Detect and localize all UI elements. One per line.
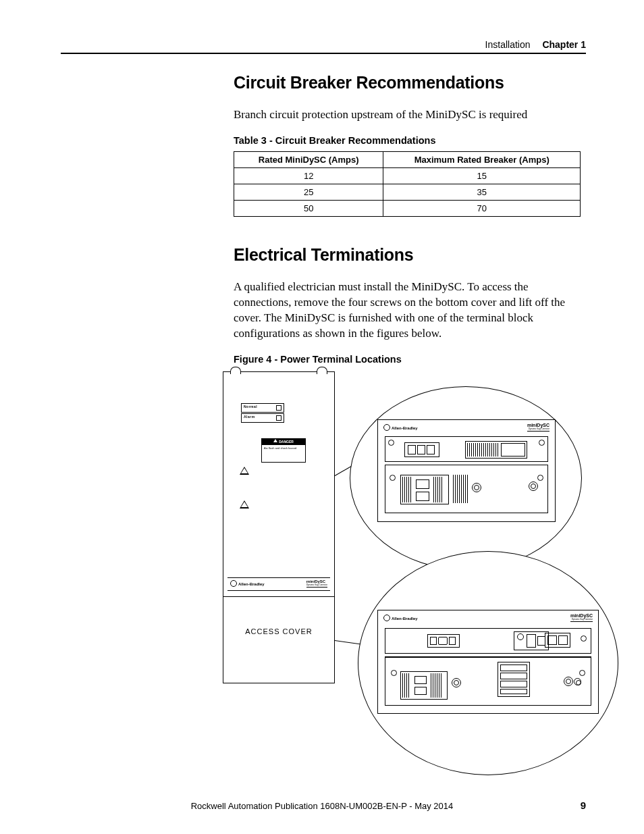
nameplate-text: Alarm	[244, 415, 255, 419]
ground-screw-icon	[564, 677, 573, 686]
terminal-strip-icon	[467, 443, 500, 457]
content-area: Circuit Breaker Recommendations Branch c…	[234, 73, 586, 782]
screw-hole-icon	[388, 440, 394, 446]
warning-triangle-icon	[240, 500, 249, 509]
table-cell: 50	[234, 200, 383, 216]
detail-circle-2: Allen-Bradley miniDySCDynamic Sag Correc…	[358, 551, 618, 775]
port-icon	[430, 637, 437, 645]
table-row: 25 35	[234, 184, 581, 200]
figure-caption: Figure 4 - Power Terminal Locations	[234, 354, 586, 365]
screw-icon	[472, 483, 481, 492]
brand-text: Allen-Bradley	[238, 582, 265, 586]
danger-label: DANGER Arc flash and shock hazard	[261, 438, 306, 463]
vent-icon	[453, 475, 468, 503]
nameplate-icon: Alarm	[241, 413, 284, 423]
io-row	[385, 656, 591, 706]
danger-text: Arc flash and shock hazard	[264, 446, 296, 450]
vent-icon	[402, 477, 412, 502]
brand-text: Allen-Bradley	[392, 426, 418, 430]
header-section: Installation	[485, 39, 531, 50]
section2-body: A qualified electrician must install the…	[234, 280, 586, 342]
port-icon	[527, 634, 536, 648]
table-row: 12 15	[234, 167, 581, 184]
port-icon	[417, 445, 425, 454]
device-outline: Normal Alarm DANGER Arc flash and shock …	[223, 371, 335, 683]
product-text: miniDySC	[570, 613, 593, 618]
port-icon	[558, 635, 568, 645]
screw-icon	[574, 678, 581, 685]
port-icon	[427, 445, 435, 454]
mount-tab-icon	[230, 367, 241, 374]
section-heading-2: Electrical Terminations	[234, 245, 586, 265]
page-number: 9	[581, 800, 586, 811]
screw-icon	[452, 678, 461, 687]
screw-hole-icon	[539, 440, 545, 446]
figure-4: Normal Alarm DANGER Arc flash and shock …	[219, 370, 597, 782]
terminal-panel-2: Allen-Bradley miniDySCDynamic Sag Correc…	[377, 610, 599, 714]
screw-hole-icon	[537, 475, 543, 481]
table-row: 50 70	[234, 200, 581, 216]
warning-triangle-icon	[240, 467, 249, 475]
connector-icon	[404, 442, 439, 457]
brand-logo-icon	[383, 615, 390, 621]
product-text: miniDySC	[527, 423, 549, 427]
table-caption: Table 3 - Circuit Breaker Recommendation…	[234, 135, 586, 146]
terminal-block-icon	[400, 475, 449, 504]
port-icon	[501, 443, 525, 457]
detail-circle-1: Allen-Bradley miniDySCDynamic Sag Correc…	[350, 386, 582, 570]
section1-intro: Branch circuit protection upstream of th…	[234, 107, 586, 123]
screw-hole-icon	[390, 475, 396, 481]
connector-icon	[514, 631, 549, 650]
table-cell: 15	[383, 167, 581, 184]
brand-text: Allen-Bradley	[392, 617, 418, 621]
table-cell: 35	[383, 184, 581, 200]
breaker-table: Rated MiniDySC (Amps) Maximum Rated Brea…	[234, 151, 581, 217]
table-cell: 70	[383, 200, 581, 216]
footer-publication: Rockwell Automation Publication 1608N-UM…	[0, 801, 644, 811]
product-subtext: Dynamic Sag Corrector	[570, 618, 593, 621]
port-icon	[547, 635, 557, 645]
divider	[223, 596, 334, 597]
vent-icon	[402, 673, 410, 698]
io-row	[385, 628, 591, 654]
connector-icon	[465, 441, 527, 459]
vent-icon	[431, 673, 441, 698]
screw-hole-icon	[579, 670, 585, 676]
product-subtext: Dynamic Sag Corrector	[306, 583, 327, 586]
connector-icon	[545, 633, 570, 648]
io-row	[385, 465, 548, 513]
header-rule	[61, 53, 586, 54]
nameplate-text: Normal	[244, 405, 257, 409]
screw-hole-icon	[391, 670, 397, 676]
port-icon	[500, 673, 527, 679]
running-header: Installation Chapter 1	[61, 39, 586, 50]
access-cover-label: ACCESS COVER	[223, 627, 334, 635]
panel-brand: Allen-Bradley	[383, 424, 418, 431]
panel-brand: Allen-Bradley	[383, 615, 418, 621]
port-icon	[438, 637, 448, 645]
brand-logo-icon	[383, 424, 390, 431]
terminal-block-icon	[400, 671, 448, 700]
page: Installation Chapter 1 Circuit Breaker R…	[0, 0, 644, 834]
port-icon	[449, 637, 456, 645]
product-label: miniDySCDynamic Sag Corrector	[306, 579, 327, 588]
table-header-row: Rated MiniDySC (Amps) Maximum Rated Brea…	[234, 151, 581, 167]
ground-screw-icon	[529, 481, 538, 491]
brand-label: Allen-Bradley	[230, 580, 265, 587]
terminal-block-icon	[498, 662, 530, 697]
port-icon	[408, 445, 416, 454]
brand-logo-icon	[230, 580, 237, 587]
danger-title: DANGER	[279, 440, 294, 444]
screw-icon	[517, 633, 524, 640]
section-heading-1: Circuit Breaker Recommendations	[234, 73, 586, 93]
panel-product: miniDySCDynamic Sag Corrector	[570, 613, 593, 622]
product-text: miniDySC	[306, 579, 325, 583]
port-icon	[416, 492, 429, 501]
port-icon	[416, 479, 429, 489]
connector-icon	[427, 634, 460, 648]
port-icon	[500, 664, 527, 671]
product-subtext: Dynamic Sag Corrector	[527, 427, 549, 430]
mount-tab-icon	[317, 367, 327, 374]
table-col2-header: Maximum Rated Breaker (Amps)	[383, 151, 581, 167]
terminal-panel-1: Allen-Bradley miniDySCDynamic Sag Correc…	[377, 419, 556, 522]
